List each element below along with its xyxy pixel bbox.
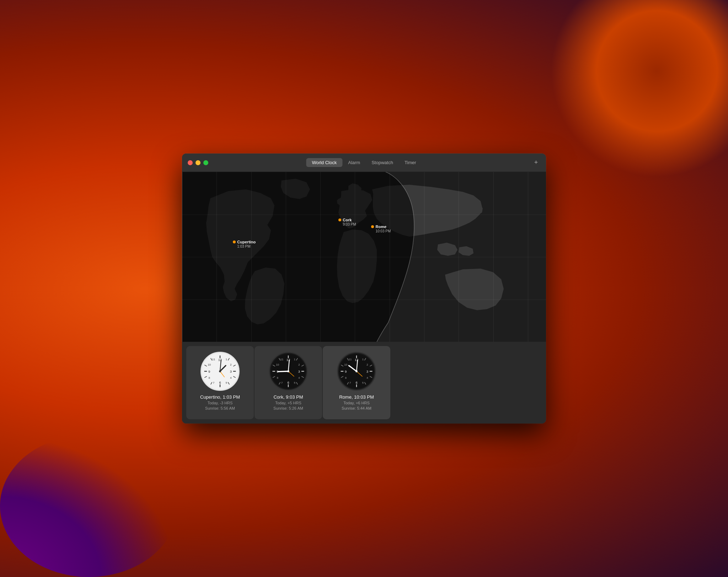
- city-marker-rome[interactable]: Rome 10:03 PM: [371, 225, 391, 233]
- clock-city-name-cupertino: Cupertino, 1:03 PM: [200, 394, 240, 400]
- analog-clock-cork: 12 3 6 9 1 2 4 5 7 8 10 11: [269, 352, 308, 391]
- tab-timer[interactable]: Timer: [399, 158, 422, 167]
- svg-text:8: 8: [209, 376, 210, 379]
- svg-text:5: 5: [294, 381, 295, 384]
- svg-text:7: 7: [349, 381, 351, 384]
- analog-clock-cupertino: 12 3 6 9 1 2 4 5 7 8 10 11: [200, 352, 240, 391]
- tab-world-clock[interactable]: World Clock: [306, 158, 342, 167]
- city-marker-cork[interactable]: Cork 9:03 PM: [338, 218, 356, 227]
- maximize-button[interactable]: [203, 160, 208, 165]
- clock-sub1-rome: Today, +6 HRS: [343, 400, 369, 406]
- svg-text:4: 4: [366, 376, 368, 379]
- svg-text:7: 7: [213, 381, 214, 384]
- svg-text:11: 11: [212, 358, 215, 361]
- svg-text:6: 6: [355, 381, 357, 384]
- clock-card-rome[interactable]: 12 3 6 9 1 2 4 5 7 8 10 11: [323, 346, 390, 419]
- clock-sub2-rome: Sunrise: 5:44 AM: [342, 406, 371, 411]
- close-button[interactable]: [188, 160, 193, 165]
- svg-text:10: 10: [208, 363, 211, 366]
- city-dot-cork: [338, 219, 341, 221]
- traffic-lights: [188, 160, 208, 165]
- clock-city-name-rome: Rome, 10:03 PM: [339, 394, 374, 400]
- svg-text:3: 3: [366, 370, 368, 373]
- svg-text:5: 5: [362, 381, 364, 384]
- svg-point-58: [287, 370, 289, 372]
- clock-sub2-cork: Sunrise: 5:26 AM: [273, 406, 303, 411]
- clocks-panel: 12 3 6 9 1 2 4 5 7 8 10 11: [182, 342, 546, 424]
- svg-line-55: [278, 371, 288, 372]
- grid-line-h: [182, 257, 546, 257]
- city-info-rome: Rome 10:03 PM: [375, 225, 391, 233]
- world-map-container: Cupertino 1:03 PM Cork 9:03 PM Rome 10:0…: [182, 172, 546, 342]
- svg-text:3: 3: [230, 370, 232, 373]
- main-window: World Clock Alarm Stopwatch Timer +: [182, 153, 546, 424]
- svg-text:1: 1: [362, 358, 364, 361]
- city-dot-cupertino: [233, 241, 236, 243]
- svg-text:8: 8: [345, 376, 347, 379]
- tab-stopwatch[interactable]: Stopwatch: [366, 158, 399, 167]
- city-marker-cupertino[interactable]: Cupertino 1:03 PM: [233, 240, 256, 249]
- svg-text:2: 2: [298, 363, 300, 366]
- svg-text:8: 8: [277, 376, 278, 379]
- tab-alarm[interactable]: Alarm: [342, 158, 366, 167]
- svg-text:6: 6: [219, 381, 221, 384]
- svg-text:2: 2: [366, 363, 368, 366]
- svg-text:10: 10: [276, 363, 279, 366]
- add-button[interactable]: +: [532, 158, 540, 167]
- tab-bar: World Clock Alarm Stopwatch Timer: [306, 158, 422, 167]
- svg-text:4: 4: [298, 376, 300, 379]
- svg-point-29: [219, 370, 221, 372]
- city-info-cork: Cork 9:03 PM: [343, 218, 356, 227]
- svg-text:1: 1: [294, 358, 295, 361]
- svg-text:1: 1: [226, 358, 227, 361]
- svg-text:5: 5: [226, 381, 227, 384]
- svg-text:10: 10: [344, 363, 347, 366]
- grid-line-h: [182, 215, 546, 215]
- svg-text:11: 11: [349, 358, 352, 361]
- city-dot-rome: [371, 225, 374, 228]
- clock-card-cupertino[interactable]: 12 3 6 9 1 2 4 5 7 8 10 11: [186, 346, 254, 419]
- clock-sub2-cupertino: Sunrise: 5:56 AM: [205, 406, 235, 411]
- clock-sub1-cupertino: Today, -3 HRS: [208, 400, 233, 406]
- clock-card-cork[interactable]: 12 3 6 9 1 2 4 5 7 8 10 11: [255, 346, 322, 419]
- svg-text:3: 3: [298, 370, 300, 373]
- svg-text:6: 6: [287, 381, 289, 384]
- svg-text:9: 9: [208, 370, 210, 373]
- grid-line-h: [182, 300, 546, 300]
- clock-city-name-cork: Cork, 9:03 PM: [273, 394, 303, 400]
- analog-clock-rome: 12 3 6 9 1 2 4 5 7 8 10 11: [337, 352, 376, 391]
- svg-text:7: 7: [281, 381, 283, 384]
- svg-text:11: 11: [280, 358, 283, 361]
- svg-text:9: 9: [345, 370, 347, 373]
- svg-text:2: 2: [230, 363, 231, 366]
- svg-text:4: 4: [230, 376, 231, 379]
- clock-sub1-cork: Today, +5 HRS: [275, 400, 301, 406]
- city-info-cupertino: Cupertino 1:03 PM: [237, 240, 256, 249]
- minimize-button[interactable]: [196, 160, 200, 165]
- svg-point-87: [355, 370, 358, 372]
- titlebar: World Clock Alarm Stopwatch Timer +: [182, 153, 546, 172]
